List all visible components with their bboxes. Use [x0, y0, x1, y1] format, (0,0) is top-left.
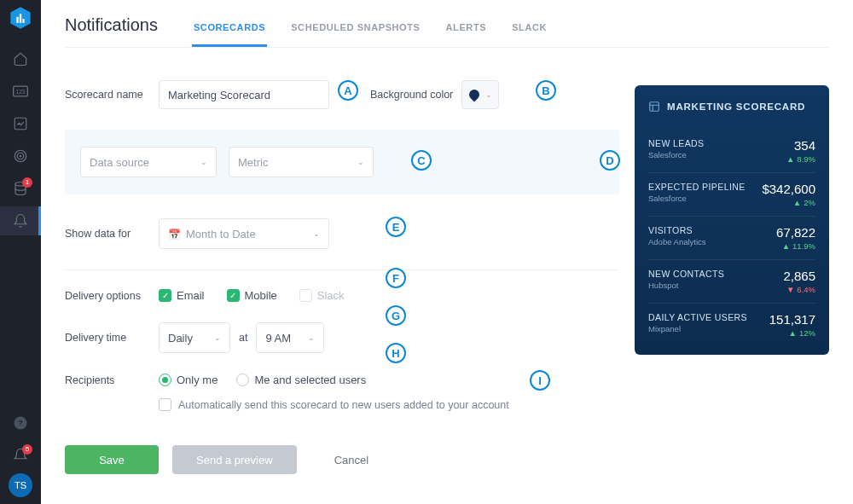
- page-title: Notifications: [65, 15, 158, 47]
- badge: 1: [22, 177, 32, 188]
- sidebar: 123 1 ? 5 TS: [0, 0, 41, 504]
- save-button[interactable]: Save: [65, 445, 159, 474]
- metric-name: NEW LEADS: [648, 138, 704, 148]
- calendar-icon: 📅: [168, 229, 181, 240]
- metric-delta: ▼6.4%: [783, 285, 815, 294]
- delivery-mobile-checkbox[interactable]: ✓Mobile: [227, 289, 277, 302]
- nav-notifications[interactable]: [0, 206, 41, 235]
- time-select[interactable]: 9 AM⌄: [256, 322, 324, 353]
- app-logo[interactable]: [8, 5, 33, 31]
- auto-send-label: Automatically send this scorecard to new…: [178, 399, 509, 411]
- nav-databases[interactable]: 1: [0, 174, 41, 203]
- metric-placeholder: Metric: [238, 156, 268, 169]
- metric-value: 2,865: [783, 269, 815, 283]
- svg-point-9: [20, 155, 21, 157]
- metric-source: Mixpanel: [648, 324, 747, 333]
- data-source-select[interactable]: Data source⌄: [80, 147, 217, 177]
- frequency-select[interactable]: Daily⌄: [159, 322, 230, 353]
- nav-alerts[interactable]: 5: [0, 441, 41, 470]
- user-avatar[interactable]: TS: [9, 473, 32, 497]
- tab-slack[interactable]: SLACK: [510, 22, 548, 47]
- cancel-button[interactable]: Cancel: [310, 445, 392, 474]
- showdata-label: Show data for: [65, 228, 159, 240]
- date-range-select[interactable]: 📅Month to Date ⌄: [159, 218, 329, 249]
- svg-rect-1: [16, 17, 18, 23]
- bgcolor-label: Background color: [370, 89, 453, 101]
- metric-source: Hubspot: [648, 281, 724, 290]
- metric-source: Adobe Analytics: [648, 237, 706, 246]
- metric-select[interactable]: Metric⌄: [229, 147, 374, 177]
- recipients-label: Recipients: [65, 374, 159, 386]
- data-source-placeholder: Data source: [90, 156, 149, 169]
- datasource-block: Data source⌄ Metric⌄: [65, 130, 619, 194]
- nav-boards[interactable]: [0, 109, 41, 138]
- card-title: MARKETING SCORECARD: [648, 101, 815, 113]
- nav-goals[interactable]: [0, 142, 41, 171]
- delivery-slack-checkbox[interactable]: Slack: [299, 289, 345, 302]
- nav-help[interactable]: ?: [0, 408, 41, 437]
- page-header: Notifications SCORECARDS SCHEDULED SNAPS…: [65, 15, 829, 48]
- metric-row: VISITORSAdobe Analytics67,822▲11.9%: [648, 216, 815, 259]
- recipients-selected-radio[interactable]: Me and selected users: [236, 374, 366, 386]
- recipients-only-me-radio[interactable]: Only me: [159, 374, 218, 386]
- metric-value: 151,317: [769, 312, 815, 327]
- metric-name: VISITORS: [648, 225, 706, 235]
- tabs: SCORECARDS SCHEDULED SNAPSHOTS ALERTS SL…: [192, 22, 548, 47]
- metric-source: Salesforce: [648, 150, 704, 159]
- svg-point-7: [15, 150, 26, 162]
- metric-name: DAILY ACTIVE USERS: [648, 312, 747, 322]
- tab-alerts[interactable]: ALERTS: [444, 22, 489, 47]
- svg-text:123: 123: [15, 89, 25, 95]
- scorecard-preview: MARKETING SCORECARD NEW LEADSSalesforce3…: [635, 85, 829, 355]
- metric-delta: ▲8.9%: [786, 154, 815, 164]
- metric-delta: ▲2%: [762, 198, 815, 207]
- metric-value: 354: [786, 138, 815, 153]
- metric-value: $342,600: [762, 182, 815, 196]
- delivery-email-checkbox[interactable]: ✓Email: [159, 289, 205, 302]
- form: Scorecard name Background color ⌄ Data s…: [65, 48, 619, 474]
- tab-scorecards[interactable]: SCORECARDS: [192, 22, 267, 47]
- metric-row: NEW LEADSSalesforce354▲8.9%: [648, 130, 815, 172]
- svg-rect-2: [20, 14, 21, 23]
- metric-name: NEW CONTACTS: [648, 269, 724, 279]
- badge: 5: [22, 444, 32, 455]
- scorecard-icon: [648, 101, 660, 113]
- svg-rect-3: [22, 19, 24, 23]
- nav-home[interactable]: [0, 44, 41, 73]
- metric-row: NEW CONTACTSHubspot2,865▼6.4%: [648, 259, 815, 303]
- svg-point-8: [17, 153, 24, 159]
- delivery-options-label: Delivery options: [65, 290, 159, 302]
- tab-scheduled-snapshots[interactable]: SCHEDULED SNAPSHOTS: [289, 22, 421, 47]
- metric-delta: ▲11.9%: [776, 241, 815, 251]
- nav-kpis[interactable]: 123: [0, 77, 41, 106]
- date-range-value: Month to Date: [186, 228, 256, 240]
- metric-value: 67,822: [776, 225, 815, 240]
- metric-source: Salesforce: [648, 194, 746, 203]
- main: Notifications SCORECARDS SCHEDULED SNAPS…: [41, 0, 853, 504]
- metric-row: EXPECTED PIPELINESalesforce$342,600▲2%: [648, 172, 815, 216]
- metric-delta: ▲12%: [769, 328, 815, 338]
- svg-text:?: ?: [18, 419, 23, 427]
- metric-name: EXPECTED PIPELINE: [648, 182, 746, 192]
- name-label: Scorecard name: [65, 89, 159, 101]
- bgcolor-picker[interactable]: ⌄: [461, 80, 499, 109]
- scorecard-name-input[interactable]: [159, 80, 329, 109]
- auto-send-checkbox[interactable]: [159, 398, 171, 411]
- at-text: at: [239, 332, 247, 344]
- metric-row: DAILY ACTIVE USERSMixpanel151,317▲12%: [648, 303, 815, 346]
- send-preview-button[interactable]: Send a preview: [172, 445, 297, 474]
- svg-rect-13: [650, 102, 659, 112]
- delivery-time-label: Delivery time: [65, 332, 159, 344]
